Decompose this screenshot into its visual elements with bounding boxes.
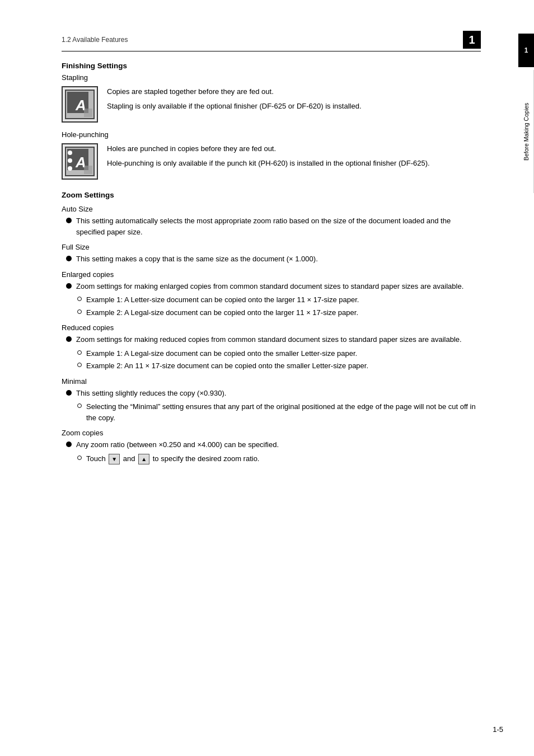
- chapter-number-box: 1: [463, 31, 481, 49]
- enlarged-copies-sub2: Example 2: A Legal-size document can be …: [77, 307, 481, 318]
- stapling-line2: Stapling is only available if the option…: [107, 101, 481, 112]
- minimal-sub1-text: Selecting the “Minimal” setting ensures …: [86, 401, 481, 423]
- auto-size-bullet: This setting automatically selects the m…: [66, 215, 481, 237]
- hole-punching-text: Holes are punched in copies before they …: [107, 143, 481, 168]
- reduced-copies-sub2: Example 2: An 11 × 17-size document can …: [77, 360, 481, 372]
- enlarged-copies-bullet-text: Zoom settings for making enlarged copies…: [76, 281, 481, 292]
- stapling-line1: Copies are stapled together before they …: [107, 86, 481, 97]
- reduced-copies-bullet-dot: [66, 336, 72, 342]
- hole-punching-line2: Hole-punching is only available if the p…: [107, 158, 481, 169]
- stapling-row: A Copies are stapled together before the…: [62, 86, 481, 123]
- minimal-bullet: This setting slightly reduces the copy (…: [66, 388, 481, 399]
- finishing-settings-section: Finishing Settings Stapling A Copies are…: [62, 62, 481, 180]
- enlarged-copies-sub2-circle: [77, 309, 82, 314]
- svg-point-8: [68, 166, 72, 171]
- enlarged-copies-bullet-dot: [66, 283, 72, 289]
- section-header: 1.2 Available Features 1: [62, 31, 481, 51]
- minimal-sub1-circle: [77, 403, 82, 408]
- zoom-decrease-button[interactable]: ▼: [109, 454, 120, 464]
- minimal-bullet-dot: [66, 390, 72, 396]
- stapling-icon: A: [64, 89, 95, 120]
- reduced-copies-sub1: Example 1: A Legal-size document can be …: [77, 348, 481, 359]
- zoom-increase-button[interactable]: ▲: [138, 454, 149, 464]
- svg-rect-10: [84, 166, 92, 174]
- zoom-settings-section: Zoom Settings Auto Size This setting aut…: [62, 191, 481, 464]
- hole-punching-icon: A: [64, 146, 95, 177]
- svg-point-7: [68, 158, 72, 163]
- page-container: 1 Before Making Copies 1.2 Available Fea…: [0, 0, 534, 756]
- minimal-sub1: Selecting the “Minimal” setting ensures …: [77, 401, 481, 423]
- reduced-copies-label: Reduced copies: [62, 323, 481, 332]
- full-size-label: Full Size: [62, 243, 481, 251]
- auto-size-bullet-text: This setting automatically selects the m…: [76, 215, 481, 237]
- enlarged-copies-label: Enlarged copies: [62, 270, 481, 279]
- enlarged-copies-sub1-text: Example 1: A Letter-size document can be…: [86, 294, 481, 306]
- chapter-tab: 1: [518, 34, 534, 67]
- enlarged-copies-bullet: Zoom settings for making enlarged copies…: [66, 281, 481, 292]
- page-number: 1-5: [493, 725, 503, 734]
- full-size-bullet: This setting makes a copy that is the sa…: [66, 253, 481, 265]
- enlarged-copies-sub1-circle: [77, 297, 82, 301]
- zoom-copies-bullet: Any zoom ratio (between ×0.250 and ×4.00…: [66, 439, 481, 450]
- side-label: Before Making Copies: [518, 70, 534, 193]
- zoom-copies-touch-prefix: Touch: [86, 454, 106, 463]
- svg-rect-3: [84, 109, 92, 117]
- minimal-bullet-text: This setting slightly reduces the copy (…: [76, 388, 481, 399]
- reduced-copies-sub1-text: Example 1: A Legal-size document can be …: [86, 348, 481, 359]
- stapling-text: Copies are stapled together before they …: [107, 86, 481, 111]
- enlarged-copies-sub1: Example 1: A Letter-size document can be…: [77, 294, 481, 306]
- zoom-copies-bullet-text: Any zoom ratio (between ×0.250 and ×4.00…: [76, 439, 481, 450]
- zoom-copies-sub1: Touch ▼ and ▲ to specify the desired zoo…: [77, 453, 481, 464]
- reduced-copies-sub2-text: Example 2: An 11 × 17-size document can …: [86, 360, 481, 372]
- zoom-copies-label: Zoom copies: [62, 429, 481, 437]
- hole-punching-label: Hole-punching: [62, 130, 481, 139]
- auto-size-bullet-dot: [66, 218, 72, 223]
- reduced-copies-bullet-text: Zoom settings for making reduced copies …: [76, 334, 481, 345]
- section-label: 1.2 Available Features: [62, 36, 128, 44]
- reduced-copies-sub1-circle: [77, 350, 82, 355]
- zoom-copies-and: and: [123, 454, 135, 463]
- reduced-copies-sub2-circle: [77, 363, 82, 367]
- zoom-settings-title: Zoom Settings: [62, 191, 481, 199]
- hole-punching-line1: Holes are punched in copies before they …: [107, 143, 481, 154]
- main-content: 1.2 Available Features 1 Finishing Setti…: [0, 0, 514, 500]
- zoom-copies-bullet-dot: [66, 442, 72, 447]
- chapter-number-display: 1: [469, 34, 475, 46]
- reduced-copies-bullet: Zoom settings for making reduced copies …: [66, 334, 481, 345]
- svg-point-6: [68, 151, 72, 155]
- full-size-bullet-text: This setting makes a copy that is the sa…: [76, 253, 481, 265]
- hole-punching-row: A Holes are punched in copies before the…: [62, 143, 481, 180]
- zoom-copies-sub1-circle: [77, 456, 82, 460]
- auto-size-label: Auto Size: [62, 205, 481, 213]
- minimal-label: Minimal: [62, 377, 481, 386]
- stapling-icon-box: A: [62, 86, 98, 123]
- side-label-text: Before Making Copies: [523, 102, 530, 160]
- full-size-bullet-dot: [66, 256, 72, 261]
- zoom-copies-suffix: to specify the desired zoom ratio.: [153, 454, 260, 463]
- finishing-settings-title: Finishing Settings: [62, 62, 481, 70]
- hole-punching-icon-box: A: [62, 143, 98, 180]
- zoom-copies-sub1-text: Touch ▼ and ▲ to specify the desired zoo…: [86, 453, 481, 464]
- chapter-number: 1: [524, 46, 528, 54]
- stapling-label: Stapling: [62, 73, 481, 82]
- enlarged-copies-sub2-text: Example 2: A Legal-size document can be …: [86, 307, 481, 318]
